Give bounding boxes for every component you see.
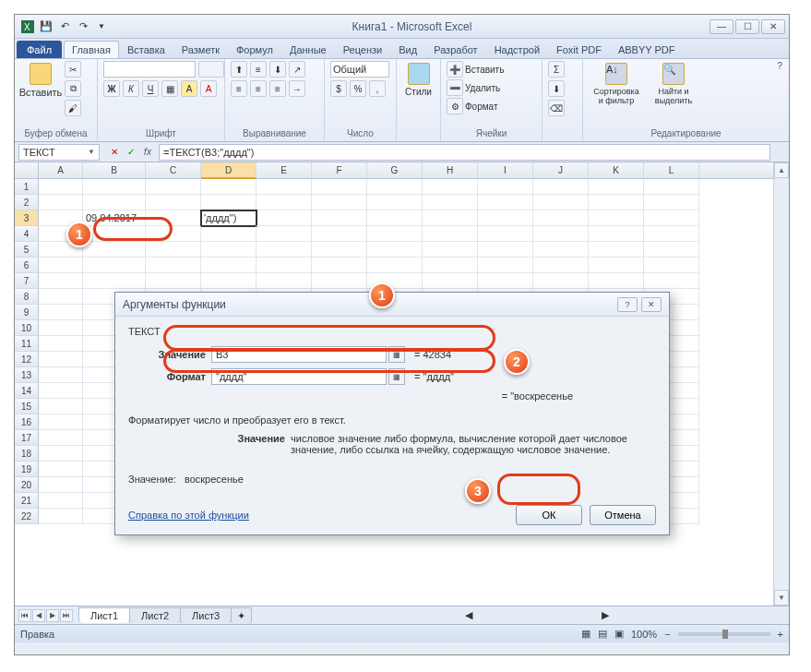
cell[interactable] [256, 273, 312, 289]
sheet-nav[interactable]: ⏮ ◀ ▶ ⏭ [18, 609, 73, 622]
align-left-button[interactable]: ≡ [231, 80, 247, 97]
cell[interactable] [478, 179, 533, 195]
row-header[interactable]: 6 [15, 258, 39, 273]
cell[interactable] [589, 242, 644, 258]
cell[interactable] [39, 477, 83, 493]
cell[interactable] [312, 258, 367, 273]
row-header[interactable]: 19 [15, 462, 39, 477]
cell[interactable] [39, 305, 83, 320]
cell[interactable] [39, 367, 83, 383]
cell[interactable] [533, 179, 589, 195]
ribbon-tab[interactable]: ABBYY PDF [610, 41, 684, 58]
row-header[interactable]: 16 [15, 414, 39, 430]
vertical-scrollbar[interactable]: ▲ ▼ [773, 162, 789, 606]
cell[interactable] [367, 179, 423, 195]
row-header[interactable]: 20 [15, 477, 39, 493]
cell[interactable] [533, 195, 589, 210]
cell[interactable] [39, 414, 83, 430]
column-header[interactable]: D [201, 162, 256, 179]
cell[interactable] [256, 210, 312, 226]
cell[interactable] [644, 210, 699, 226]
ribbon-tab-file[interactable]: Файл [17, 41, 62, 58]
scroll-down-icon[interactable]: ▼ [774, 590, 789, 606]
copy-icon[interactable]: ⧉ [65, 80, 81, 97]
cell[interactable] [256, 242, 312, 258]
cell[interactable] [312, 242, 367, 258]
cell[interactable] [367, 210, 423, 226]
ribbon-tab[interactable]: Разметк [173, 41, 228, 58]
insert-cells-icon[interactable]: ➕ [447, 61, 463, 78]
row-header[interactable]: 1 [15, 179, 39, 195]
cell[interactable] [256, 226, 312, 242]
cell[interactable] [589, 226, 644, 242]
font-size-select[interactable] [198, 61, 224, 78]
redo-icon[interactable]: ↷ [76, 19, 90, 34]
column-header[interactable]: K [589, 162, 644, 179]
cell[interactable] [39, 352, 83, 367]
cell[interactable] [39, 336, 83, 352]
ribbon-tab[interactable]: Надстрой [486, 41, 548, 58]
cell[interactable] [478, 273, 533, 289]
cell[interactable] [478, 226, 533, 242]
cell[interactable] [312, 179, 367, 195]
column-header[interactable]: F [312, 162, 367, 179]
cell[interactable] [83, 242, 146, 258]
column-header[interactable]: A [39, 162, 83, 179]
cell[interactable] [589, 273, 644, 289]
help-link[interactable]: Справка по этой функции [128, 510, 249, 521]
insert-label[interactable]: Вставить [465, 65, 504, 75]
formula-input[interactable]: =ТЕКСТ(B3;"дддд") [159, 144, 770, 161]
ribbon-tab[interactable]: Foxit PDF [548, 41, 610, 58]
row-header[interactable]: 3 [15, 210, 39, 226]
ribbon-tab[interactable]: Вставка [119, 41, 173, 58]
cell[interactable] [201, 242, 256, 258]
sheet-tab[interactable]: Лист1 [78, 607, 130, 623]
row-header[interactable]: 11 [15, 336, 39, 352]
column-header[interactable]: G [367, 162, 423, 179]
font-name-select[interactable] [103, 61, 196, 78]
column-header[interactable]: I [478, 162, 533, 179]
cell[interactable] [39, 273, 83, 289]
dialog-help-button[interactable]: ? [617, 297, 638, 312]
close-button[interactable]: ✕ [761, 19, 785, 34]
ribbon-tab[interactable]: Данные [281, 41, 335, 58]
find-select-button[interactable]: 🔍 Найти и выделить [648, 61, 699, 107]
ribbon-tab[interactable]: Главная [64, 41, 119, 58]
enter-formula-icon[interactable]: ✓ [124, 145, 138, 160]
cell[interactable] [39, 179, 83, 195]
cell[interactable] [201, 179, 256, 195]
column-header[interactable]: B [83, 162, 146, 179]
percent-button[interactable]: % [350, 80, 366, 97]
cell[interactable] [312, 195, 367, 210]
arg-value-input[interactable]: B3 [211, 346, 387, 363]
cell[interactable] [146, 179, 201, 195]
format-cells-icon[interactable]: ⚙ [447, 98, 463, 114]
cell[interactable] [533, 226, 589, 242]
zoom-slider[interactable] [678, 632, 770, 636]
zoom-level[interactable]: 100% [631, 629, 657, 640]
cell[interactable] [201, 195, 256, 210]
cancel-formula-icon[interactable]: ✕ [107, 145, 122, 160]
row-header[interactable]: 2 [15, 195, 39, 210]
ribbon-tab[interactable]: Разработ [425, 41, 485, 58]
view-layout-icon[interactable]: ▤ [598, 628, 607, 640]
cell[interactable] [533, 273, 589, 289]
save-icon[interactable]: 💾 [39, 19, 54, 34]
ribbon-tab[interactable]: Рецензи [335, 41, 391, 58]
cell[interactable] [423, 195, 478, 210]
sheet-tab[interactable]: Лист3 [180, 607, 232, 623]
cell[interactable] [312, 210, 367, 226]
row-header[interactable]: 8 [15, 289, 39, 305]
view-break-icon[interactable]: ▣ [614, 628, 624, 640]
arg-format-input[interactable]: "дддд" [211, 368, 387, 385]
fill-color-button[interactable]: A [181, 80, 197, 97]
cell[interactable] [83, 258, 146, 273]
align-top-button[interactable]: ⬆ [231, 61, 247, 78]
row-header[interactable]: 13 [15, 367, 39, 383]
cell[interactable] [533, 210, 589, 226]
range-picker-icon[interactable]: ▦ [388, 368, 405, 385]
ribbon-tab[interactable]: Формул [228, 41, 281, 58]
cell[interactable] [256, 179, 312, 195]
cell[interactable] [644, 179, 699, 195]
cell[interactable] [146, 258, 201, 273]
